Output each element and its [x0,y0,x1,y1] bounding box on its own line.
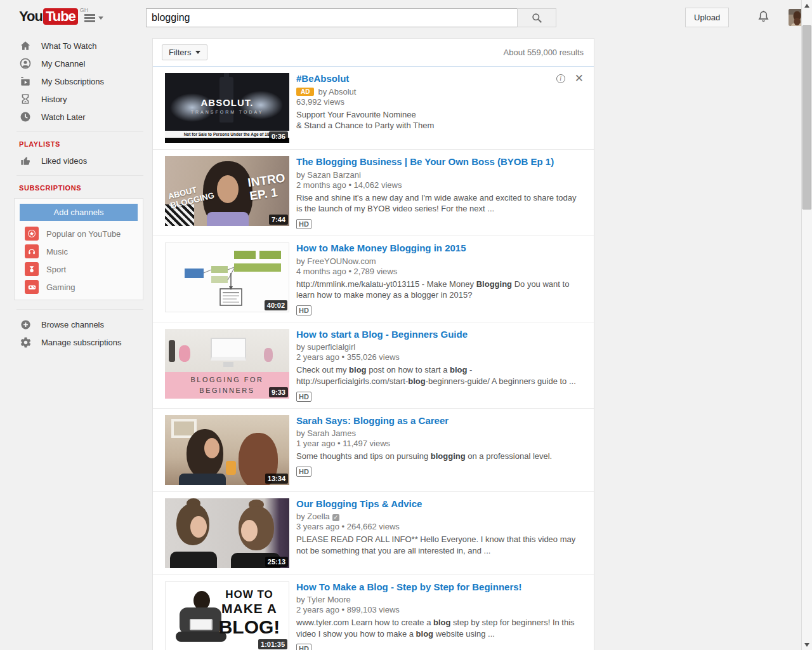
channel-label: Music [46,247,68,256]
channel-byline[interactable]: by FreeYOUNow.com [296,256,584,266]
video-result-row: 40:02 How to Make Money Blogging in 2015… [153,235,594,322]
video-thumbnail[interactable]: ABOUT BLOGGING INTRO EP. 1 7:44 [165,156,289,226]
sidebar-item-label: My Channel [41,59,85,69]
video-thumbnail[interactable]: ABSOLUT. TRANSFORM TODAY Not for Sale to… [165,73,289,143]
sidebar-item-browse-channels[interactable]: Browse channels [0,315,152,333]
gaming-tile-icon [25,280,39,294]
video-meta: 4 months ago • 2,789 views [296,267,584,276]
duration-badge: 13:34 [265,474,288,484]
masthead-right: Upload [685,8,806,27]
video-result-row: ABOUT BLOGGING INTRO EP. 1 7:44 The Blog… [153,149,594,235]
results-toolbar: Filters About 559,000 results [153,39,594,67]
ad-byline-row[interactable]: ADby Absolut [296,87,584,96]
video-title-link[interactable]: #BeAbsolut [296,73,349,85]
channel-byline[interactable]: by Sarah James [296,428,584,438]
sidebar-item-what-to-watch[interactable]: What To Watch [0,37,152,55]
search-button[interactable] [517,8,556,27]
thumb-prop [179,345,190,362]
history-icon [19,93,32,105]
close-icon[interactable]: ✕ [575,74,584,83]
video-description: Check out my blog post on how to start a… [296,364,584,387]
thumb-text-line: BLOG! [215,616,284,638]
ad-description: Support Your Favourite Nominee & Stand a… [296,109,584,131]
video-title-link[interactable]: How to Make Money Blogging in 2015 [296,242,466,255]
ad-result-row: ABSOLUT. TRANSFORM TODAY Not for Sale to… [153,67,594,149]
video-description: www.tyler.com Learn how to create a blog… [296,617,584,639]
duration-badge: 0:36 [269,131,288,142]
channel-byline[interactable]: by Tyler Moore [296,595,584,604]
thumb-tagline-text: TRANSFORM TODAY [165,110,289,114]
video-description: PLEASE READ FOR ALL INFO** Hello Everyon… [296,534,584,556]
thumb-lamp [226,461,236,475]
sport-tile-icon [25,262,39,276]
upload-button[interactable]: Upload [685,8,729,27]
channel-byline[interactable]: by Sazan Barzani [296,170,584,180]
scroll-down-arrow-icon[interactable] [802,639,812,650]
sidebar-item-label: History [41,95,67,104]
views-count: 63,992 views [296,97,584,107]
subscriptions-header: SUBSCRIPTIONS [0,182,152,196]
scroll-up-arrow-icon[interactable] [802,0,812,11]
thumb-laptop [190,619,213,630]
sidebar-item-watch-later[interactable]: Watch Later [0,108,152,126]
sidebar-item-gaming[interactable]: Gaming [20,278,138,296]
guide-sidebar: What To Watch My Channel My Subscription… [0,37,152,351]
video-title-link[interactable]: How to start a Blog - Beginners Guide [296,329,468,341]
music-tile-icon [25,244,39,258]
video-title-link[interactable]: Sarah Says: Blogging as a Career [296,415,449,427]
video-meta: 1 year ago • 11,497 views [296,439,584,448]
thumb-brand-text: ABSOLUT. [165,97,289,108]
duration-badge: 25:13 [265,557,288,567]
home-icon [19,39,32,52]
thumb-figure [207,212,249,226]
add-channels-button[interactable]: Add channels [20,204,138,221]
video-title-link[interactable]: How To Make a Blog - Step by Step for Be… [296,581,522,594]
hd-badge: HD [296,467,311,477]
thumb-monitor-stand [223,362,233,367]
sidebar-item-liked-videos[interactable]: Liked videos [0,152,152,169]
sidebar-item-music[interactable]: Music [20,242,138,260]
ad-desc-line2: & Stand a Chance to Party with Them [296,121,434,130]
video-thumbnail[interactable]: HOW TO MAKE A BLOG! 1:01:35 [165,581,289,650]
sidebar-item-popular-on-youtube[interactable]: Popular on YouTube [20,225,138,242]
person-icon [19,57,32,70]
video-description: Some thoughts and tips on pursuing blogg… [296,451,584,462]
channel-label: Popular on YouTube [46,229,121,239]
channel-label: Sport [46,265,66,274]
thumb-figure [170,552,217,568]
byline-text: by Absolut [318,87,356,96]
magnifier-icon [532,13,542,23]
search-results-panel: Filters About 559,000 results ABSOLUT. T… [152,38,594,650]
video-thumbnail[interactable]: BLOGGING FOR BEGINNERS 9:33 [165,329,289,399]
sidebar-item-my-channel[interactable]: My Channel [0,55,152,72]
video-title-link[interactable]: The Blogging Business | Be Your Own Boss… [296,156,554,168]
youtube-logo[interactable]: You Tube GH [19,8,88,25]
scrollbar-thumb[interactable] [802,25,811,209]
subscriptions-icon [19,75,32,88]
video-result-row: 13:34 Sarah Says: Blogging as a Career b… [153,408,594,491]
video-result-row: HOW TO MAKE A BLOG! 1:01:35 How To Make … [153,574,594,650]
channel-byline[interactable]: by Zoella✓ [296,512,584,521]
info-icon[interactable]: i [556,74,565,83]
sidebar-item-manage-subscriptions[interactable]: Manage subscriptions [0,333,152,351]
hd-badge: HD [296,219,311,229]
video-meta: 3 years ago • 264,662 views [296,522,584,531]
video-thumbnail[interactable]: 25:13 [165,498,289,568]
scrollbar[interactable] [801,0,812,650]
thumb-figure [190,516,207,538]
sidebar-item-history[interactable]: History [0,90,152,108]
caret-down-icon [195,51,200,54]
video-thumbnail[interactable]: 40:02 [165,242,289,312]
sidebar-item-my-subscriptions[interactable]: My Subscriptions [0,72,152,90]
channel-label: Gaming [46,282,75,292]
channel-byline[interactable]: by superficialgirl [296,342,584,352]
search-input[interactable] [146,8,517,27]
results-count: About 559,000 results [504,48,585,57]
video-thumbnail[interactable]: 13:34 [165,415,289,485]
sidebar-item-sport[interactable]: Sport [20,260,138,278]
video-description: Rise and shine it's a new day and I'm wi… [296,192,584,215]
guide-menu-button[interactable] [84,13,103,23]
notifications-bell-icon[interactable] [756,9,771,26]
video-title-link[interactable]: Our Blogging Tips & Advice [296,498,422,510]
filters-button[interactable]: Filters [162,44,207,60]
